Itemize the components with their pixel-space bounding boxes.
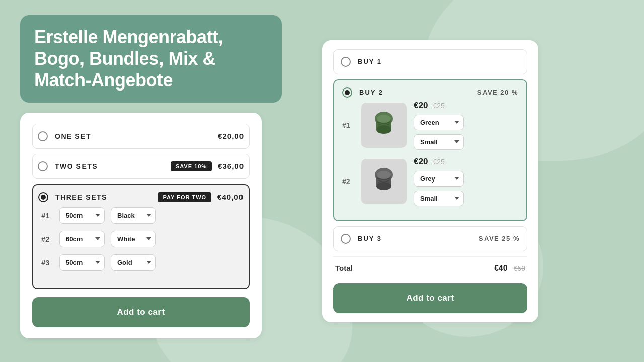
item-1-color-select[interactable]: Green Grey Black White	[414, 115, 464, 130]
item-2-num: #2	[342, 177, 354, 186]
three-sets-badge: PAY FOR TWO	[158, 192, 212, 202]
svg-point-6	[376, 182, 391, 190]
variant-1-size-select[interactable]: 50cm 60cm 70cm	[59, 207, 105, 224]
total-orig-price: €50	[514, 264, 525, 273]
variant-3-num: #3	[41, 258, 53, 267]
left-add-to-cart-button[interactable]: Add to cart	[32, 297, 250, 327]
one-set-option[interactable]: ONE SET €20,00	[32, 124, 250, 149]
buy2-radio	[342, 87, 352, 98]
item-1-details: €20 €25 Green Grey Black White Small	[414, 101, 464, 150]
variant-1-num: #1	[41, 211, 53, 220]
right-widget-card: BUY 1 BUY 2 SAVE 20 % #1	[322, 40, 538, 322]
item-2-price: €20	[414, 157, 428, 167]
svg-point-2	[376, 126, 391, 134]
two-sets-radio	[38, 161, 48, 171]
buy3-radio	[341, 234, 351, 244]
item-2-price-row: €20 €25	[414, 157, 464, 167]
headline-box: Erstelle Mengenrabatt, Bogo, Bundles, Mi…	[20, 15, 282, 103]
total-row: Total €40 €50	[333, 256, 527, 278]
one-set-radio	[38, 131, 48, 141]
item-2-orig-price: €25	[433, 158, 444, 166]
one-set-label: ONE SET	[55, 132, 212, 140]
item-1-size-select[interactable]: Small Medium Large	[414, 134, 464, 150]
variant-2-num: #2	[41, 235, 53, 243]
item-1-price-row: €20 €25	[414, 101, 464, 111]
buy3-label: BUY 3	[358, 235, 479, 242]
three-sets-radio	[38, 192, 48, 202]
buy2-save: SAVE 20 %	[477, 88, 518, 96]
item-2-color-select[interactable]: Green Grey Black White	[414, 171, 464, 187]
three-sets-option[interactable]: THREE SETS PAY FOR TWO €40,00 #1 50cm 60…	[32, 184, 250, 289]
buy3-save: SAVE 25 %	[479, 235, 520, 242]
left-widget-card: ONE SET €20,00 TWO SETS SAVE 10% €36,00 …	[20, 113, 262, 338]
two-sets-badge: SAVE 10%	[171, 161, 212, 171]
variant-3-color-select[interactable]: Black White Green Gold	[111, 254, 156, 271]
buy2-items: #1	[342, 98, 518, 213]
variant-1-color-select[interactable]: Black White Green Gold	[111, 207, 156, 224]
three-sets-price: €40,00	[217, 193, 244, 201]
buy2-option[interactable]: BUY 2 SAVE 20 % #1	[333, 79, 527, 221]
buy2-label: BUY 2	[359, 88, 477, 96]
product-2-image	[361, 159, 407, 204]
left-section: Erstelle Mengenrabatt, Bogo, Bundles, Mi…	[20, 15, 302, 347]
item-2-size-select[interactable]: Small Medium Large	[414, 191, 464, 206]
three-sets-label: THREE SETS	[55, 193, 153, 201]
buy3-option[interactable]: BUY 3 SAVE 25 %	[333, 226, 527, 251]
product-1-svg	[366, 108, 401, 143]
svg-point-7	[377, 171, 391, 179]
variant-row-3: #3 50cm 60cm 70cm Black White Green Gold	[41, 254, 240, 271]
variant-row-2: #2 50cm 60cm 70cm Black White Green Gold	[41, 231, 240, 247]
product-item-1: #1	[342, 101, 518, 150]
variant-rows: #1 50cm 60cm 70cm Black White Green Gold	[38, 202, 244, 281]
item-1-orig-price: €25	[433, 102, 444, 110]
buy1-radio	[341, 57, 351, 67]
item-2-details: €20 €25 Green Grey Black White Small	[414, 157, 464, 206]
one-set-price: €20,00	[218, 132, 244, 140]
svg-point-3	[377, 115, 391, 123]
product-1-image	[361, 103, 407, 148]
right-section: BUY 1 BUY 2 SAVE 20 % #1	[322, 15, 624, 347]
variant-row-1: #1 50cm 60cm 70cm Black White Green Gold	[41, 207, 240, 224]
two-sets-price: €36,00	[218, 162, 244, 170]
variant-2-size-select[interactable]: 50cm 60cm 70cm	[59, 231, 105, 247]
variant-2-color-select[interactable]: Black White Green Gold	[111, 231, 156, 247]
two-sets-option[interactable]: TWO SETS SAVE 10% €36,00	[32, 154, 250, 179]
buy1-option[interactable]: BUY 1	[333, 49, 527, 74]
buy1-label: BUY 1	[358, 58, 520, 65]
right-add-to-cart-button[interactable]: Add to cart	[333, 283, 527, 313]
headline-text: Erstelle Mengenrabatt, Bogo, Bundles, Mi…	[34, 26, 268, 92]
variant-3-size-select[interactable]: 50cm 60cm 70cm	[59, 254, 105, 271]
two-sets-label: TWO SETS	[55, 162, 166, 170]
total-price: €40	[494, 264, 508, 273]
product-2-svg	[366, 164, 401, 199]
total-label: Total	[335, 264, 353, 273]
product-item-2: #2	[342, 157, 518, 206]
item-1-num: #1	[342, 121, 354, 129]
item-1-price: €20	[414, 101, 428, 111]
